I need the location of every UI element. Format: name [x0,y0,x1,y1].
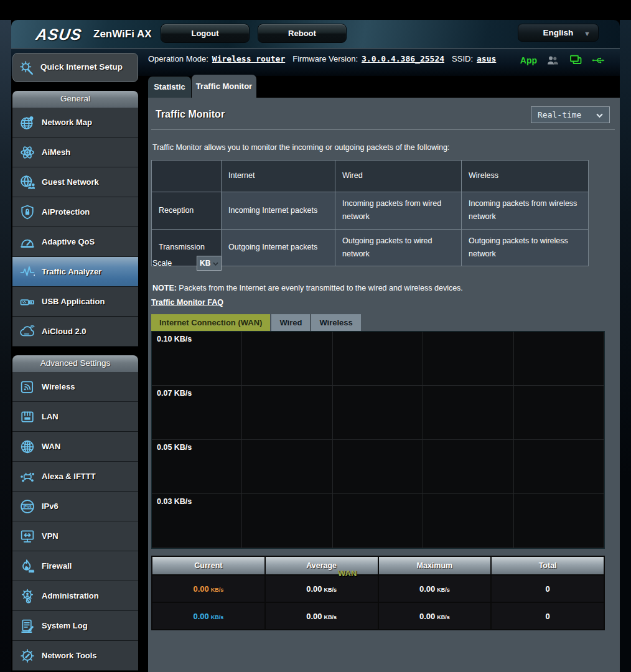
y-axis-tick: 0.05 KB/s [157,443,192,452]
value: 0.00 [306,612,322,621]
guest-network-icon [19,174,36,191]
sidebar-item-wireless[interactable]: Wireless [12,372,138,402]
faq-link[interactable]: Traffic Monitor FAQ [151,298,223,307]
sidebar-item-aiprotection[interactable]: AiProtection [12,197,138,227]
transmission-internet-cell: Outgoing Internet packets [222,229,335,266]
firewall-icon [19,558,36,575]
adaptive-qos-icon [19,233,36,251]
sidebar-item-label: LAN [42,412,58,421]
sidebar-item-label: Adaptive QoS [42,237,95,246]
time-range-select[interactable]: Real-time [531,106,610,123]
reception-wired-cell: Incoming packets from wired network [335,192,462,230]
network-map-icon [19,114,36,131]
scale-select[interactable]: KB [197,256,222,271]
summary-header-row: Current Average Maximum Total [152,556,604,575]
chart-tab-wan[interactable]: Internet Connection (WAN) [151,314,270,331]
reboot-button[interactable]: Reboot [258,24,347,43]
reception-label: Reception [152,192,222,230]
usb-icon[interactable] [591,53,606,68]
asus-logo: ASUS [35,26,83,44]
lan-icon [19,408,36,426]
summary-row-transmission: 0.00KB/s 0.00KB/s 0.00KB/s 0 [152,602,604,630]
maximum-header: Maximum [378,556,492,575]
top-banner: ASUS ZenWiFi AX Logout Reboot English ▼ [11,20,620,49]
unit: KB/s [324,587,337,593]
sidebar-item-label: WAN [42,442,60,451]
reception-internet-cell: Incoming Internet packets [222,192,335,230]
tab-traffic-monitor[interactable]: Traffic Monitor [192,75,256,98]
aiprotection-icon [19,203,36,221]
current-value: 0.00KB/s [152,602,265,630]
logout-button[interactable]: Logout [161,24,250,43]
sidebar-item-network-tools[interactable]: Network Tools [12,641,138,671]
sidebar-item-lan[interactable]: LAN [12,402,138,432]
total-header: Total [491,556,604,575]
sidebar-item-usb-application[interactable]: USB Application [12,287,138,317]
sidebar: Quick Internet Setup General Network Map… [12,53,138,671]
sidebar-item-network-map[interactable]: Network Map [12,108,138,138]
alexa-ifttt-icon [19,468,36,485]
sidebar-item-aicloud[interactable]: AiCloud 2.0 [12,317,138,347]
sidebar-item-label: System Log [42,621,88,630]
internet-header: Internet [222,161,335,192]
table-header-row: Internet Wired Wireless [152,161,589,192]
transmission-wired-cell: Outgoing packets to wired network [335,229,462,266]
wireless-icon [19,378,36,396]
sidebar-item-system-log[interactable]: System Log [12,611,138,641]
current-value: 0.00KB/s [152,575,265,602]
chevron-down-icon [596,110,603,119]
sidebar-item-label: IPv6 [42,502,58,511]
clients-icon[interactable] [545,53,560,68]
sidebar-item-firewall[interactable]: Firewall [12,551,138,581]
aicloud-icon [19,323,36,340]
devices-icon[interactable] [568,53,583,68]
sidebar-item-traffic-analyzer[interactable]: Traffic Analyzer [12,257,138,287]
sidebar-section-general: General [12,91,138,108]
sidebar-item-vpn[interactable]: VPN [12,521,138,551]
sidebar-item-adaptive-qos[interactable]: Adaptive QoS [12,227,138,257]
sidebar-item-label: AiProtection [42,207,90,217]
traffic-info-table: Internet Wired Wireless Reception Incomi… [151,160,589,266]
average-header: Average [265,556,378,575]
wired-header: Wired [335,161,462,192]
tab-statistic[interactable]: Statistic [148,77,191,98]
ipv6-icon: IPV6 [19,498,36,515]
sidebar-item-label: VPN [42,531,58,541]
sidebar-item-administration[interactable]: Administration [12,581,138,611]
scale-label: Scale [152,259,172,268]
transmission-wireless-cell: Outgoing packets to wireless network [462,229,589,266]
summary-table: Current Average Maximum Total 0.00KB/s 0… [151,556,605,630]
language-select[interactable]: English ▼ [518,24,599,42]
value: 0 [546,584,550,594]
chart-tab-wired[interactable]: Wired [271,314,310,331]
caret-down-icon: ▼ [584,30,591,37]
unit: KB/s [211,587,224,593]
firmware-version-link[interactable]: 3.0.0.4.386_25524 [362,54,444,63]
sidebar-item-aimesh[interactable]: AiMesh [12,138,138,167]
sidebar-item-alexa-ifttt[interactable]: Alexa & IFTTT [12,462,138,492]
sidebar-item-label: Firewall [42,561,72,571]
empty-header-cell [152,161,222,192]
sidebar-item-label: AiCloud 2.0 [42,327,86,336]
sidebar-item-ipv6[interactable]: IPV6 IPv6 [12,492,138,521]
app-link[interactable]: App [520,55,537,65]
y-axis-tick: 0.10 KB/s [157,335,192,343]
maximum-value: 0.00KB/s [378,575,492,602]
description-text: Traffic Monitor allows you to monitor th… [152,143,449,152]
traffic-chart: 0.10 KB/s 0.07 KB/s 0.05 KB/s 0.03 KB/s [151,331,605,549]
language-value: English [543,28,574,37]
sidebar-item-wan[interactable]: WAN [12,432,138,462]
ssid-link[interactable]: asus [477,54,496,63]
table-row: Reception Incoming Internet packets Inco… [152,192,589,230]
vpn-icon [19,528,36,545]
chart-tabs: Internet Connection (WAN) Wired Wireless [151,314,362,331]
value: 0.00 [193,584,208,594]
chart-tab-wireless[interactable]: Wireless [311,314,360,331]
value: 0.00 [193,612,208,621]
aimesh-icon [19,144,36,161]
sidebar-item-quick-internet-setup[interactable]: Quick Internet Setup [12,53,138,82]
sidebar-item-guest-network[interactable]: Guest Network [12,167,138,197]
status-icons: App [520,53,606,68]
operation-mode-link[interactable]: Wireless router [212,54,285,63]
chart-wan-label: WAN [338,569,357,578]
